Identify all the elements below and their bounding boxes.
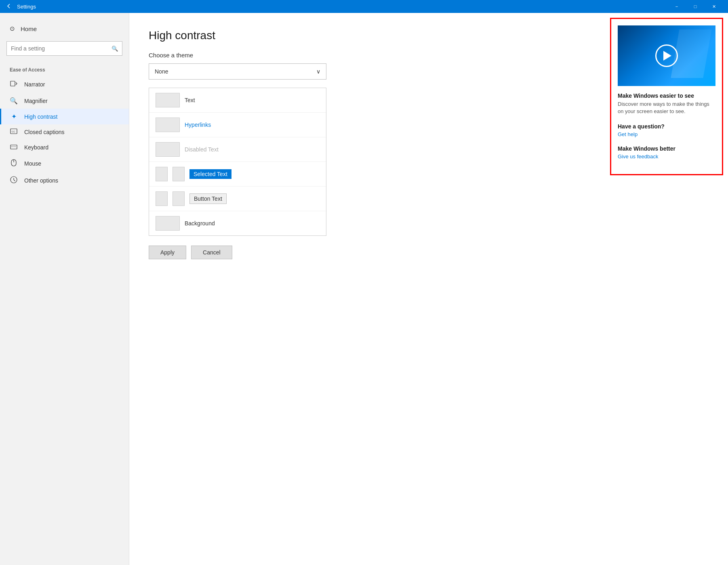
titlebar-title: Settings (17, 4, 36, 10)
sidebar-label-high-contrast: High contrast (24, 113, 57, 120)
sidebar-item-keyboard[interactable]: Keyboard (0, 140, 129, 155)
sidebar-label-mouse: Mouse (24, 160, 41, 167)
selected-swatch-1[interactable] (156, 167, 168, 181)
preview-row-text: Text (149, 88, 326, 113)
preview-box: Text Hyperlinks Disabled Text Selected T… (149, 88, 326, 236)
sidebar-label-other-options: Other options (24, 177, 58, 184)
preview-row-button: Button Text (149, 187, 326, 211)
theme-selected-value: None (155, 68, 168, 75)
back-button[interactable] (5, 3, 13, 10)
mouse-icon (10, 159, 18, 168)
sidebar-section-label: Ease of Access (0, 61, 129, 76)
feedback-link[interactable]: Give us feedback (618, 153, 715, 160)
theme-dropdown[interactable]: None ∨ (149, 63, 326, 80)
page-title: High contrast (149, 29, 591, 42)
closed-captions-icon: CC (10, 128, 18, 136)
sidebar-item-high-contrast[interactable]: ✦ High contrast (0, 109, 129, 124)
sidebar-label-narrator: Narrator (24, 81, 45, 88)
sidebar-item-closed-captions[interactable]: CC Closed captions (0, 124, 129, 140)
app-body: ⊙ Home 🔍 Ease of Access Narrator 🔍 Magni… (0, 13, 728, 565)
play-icon (663, 51, 671, 61)
maximize-button[interactable]: □ (686, 0, 705, 13)
preview-text-label: Text (185, 97, 195, 103)
disabled-color-swatch[interactable] (156, 142, 180, 157)
dropdown-chevron-icon: ∨ (316, 68, 320, 75)
video-title: Make Windows easier to see (618, 92, 715, 99)
sidebar-item-other-options[interactable]: Other options (0, 172, 129, 189)
button-swatch-2[interactable] (173, 191, 185, 206)
feedback-section: Make Windows better Give us feedback (618, 145, 715, 160)
other-options-icon (10, 176, 18, 185)
window-controls: − □ ✕ (667, 0, 723, 13)
magnifier-icon: 🔍 (10, 97, 18, 105)
video-desc: Discover more ways to make the things on… (618, 101, 715, 115)
high-contrast-icon: ✦ (10, 113, 18, 120)
better-label: Make Windows better (618, 145, 715, 152)
right-panel: Make Windows easier to see Discover more… (610, 18, 723, 175)
preview-hyperlinks-label: Hyperlinks (185, 122, 211, 128)
preview-row-selected: Selected Text (149, 162, 326, 187)
sidebar-home[interactable]: ⊙ Home (0, 21, 129, 36)
svg-text:CC: CC (12, 130, 15, 133)
sidebar-label-keyboard: Keyboard (24, 144, 48, 151)
sidebar-label-magnifier: Magnifier (24, 98, 48, 104)
sidebar-item-mouse[interactable]: Mouse (0, 155, 129, 172)
sidebar-item-narrator[interactable]: Narrator (0, 76, 129, 93)
text-color-swatch[interactable] (156, 93, 180, 107)
question-section: Have a question? Get help (618, 123, 715, 137)
choose-theme-label: Choose a theme (149, 52, 591, 59)
svg-rect-3 (11, 145, 17, 149)
svg-rect-0 (11, 81, 15, 86)
button-swatch-1[interactable] (156, 191, 168, 206)
play-button[interactable] (655, 44, 678, 67)
close-button[interactable]: ✕ (705, 0, 723, 13)
sidebar-item-magnifier[interactable]: 🔍 Magnifier (0, 93, 129, 109)
preview-row-hyperlinks: Hyperlinks (149, 113, 326, 137)
keyboard-icon (10, 144, 18, 151)
search-button[interactable]: 🔍 (107, 41, 122, 56)
home-icon: ⊙ (10, 25, 15, 32)
home-label: Home (21, 25, 37, 32)
preview-row-disabled: Disabled Text (149, 137, 326, 162)
apply-button[interactable]: Apply (149, 246, 186, 259)
search-box: 🔍 (6, 41, 122, 56)
preview-background-label: Background (185, 220, 215, 227)
preview-disabled-label: Disabled Text (185, 146, 219, 153)
minimize-button[interactable]: − (667, 0, 686, 13)
preview-selected-text: Selected Text (189, 169, 231, 179)
get-help-link[interactable]: Get help (618, 131, 715, 137)
preview-button-text: Button Text (189, 193, 227, 204)
question-label: Have a question? (618, 123, 715, 130)
background-color-swatch[interactable] (156, 216, 180, 231)
selected-swatch-2[interactable] (173, 167, 185, 181)
action-buttons: Apply Cancel (149, 246, 591, 259)
cancel-button[interactable]: Cancel (191, 246, 232, 259)
hyperlinks-color-swatch[interactable] (156, 118, 180, 132)
main-content: High contrast Choose a theme None ∨ Text… (129, 13, 610, 565)
search-input[interactable] (7, 45, 107, 52)
preview-row-background: Background (149, 211, 326, 235)
narrator-icon (10, 80, 18, 89)
sidebar-label-closed-captions: Closed captions (24, 129, 65, 135)
video-info-section: Make Windows easier to see Discover more… (618, 92, 715, 115)
sidebar: ⊙ Home 🔍 Ease of Access Narrator 🔍 Magni… (0, 13, 129, 565)
titlebar: Settings − □ ✕ (0, 0, 728, 13)
video-thumbnail[interactable] (618, 25, 715, 86)
